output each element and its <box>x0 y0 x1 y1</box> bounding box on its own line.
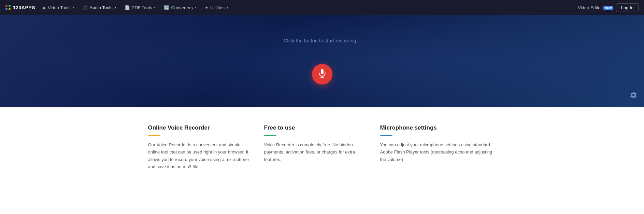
utilities-chevron: ▾ <box>227 6 228 9</box>
video-tools-chevron: ▾ <box>73 6 74 9</box>
logo-dot-red <box>5 5 8 7</box>
settings-button[interactable] <box>630 91 637 101</box>
info-card-text-voice-recorder: Our Voice Recorder is a convenient and s… <box>148 141 251 171</box>
nav-audio-tools-label: Audio Tools <box>90 5 113 10</box>
nav-utilities[interactable]: ✦ Utilities ▾ <box>201 0 232 15</box>
nav-utilities-label: Utilities <box>210 5 225 10</box>
nav-video-tools[interactable]: ▶ Video Tools ▾ <box>39 0 78 15</box>
logo-dots <box>5 5 11 10</box>
nav-converters[interactable]: 🔄 Converters ▾ <box>160 0 200 15</box>
login-button[interactable]: Log In <box>616 3 639 12</box>
hero-section: Click the button to start recording... <box>0 15 644 107</box>
pdf-tools-chevron: ▾ <box>154 6 156 9</box>
info-card-title-free: Free to use <box>264 124 367 131</box>
info-divider-voice-recorder <box>148 135 160 136</box>
logo-dot-green <box>9 5 11 7</box>
info-section: Online Voice Recorder Our Voice Recorder… <box>0 107 644 191</box>
logo-text: 123APPS <box>13 5 35 10</box>
record-button[interactable] <box>312 64 332 84</box>
utilities-icon: ✦ <box>205 5 209 10</box>
info-card-text-mic-settings: You can adjust your microphone settings … <box>380 141 496 163</box>
logo-dot-yellow <box>9 8 11 10</box>
logo[interactable]: 123APPS <box>5 5 35 10</box>
info-card-mic-settings: Microphone settings You can adjust your … <box>380 124 496 171</box>
info-card-title-voice-recorder: Online Voice Recorder <box>148 124 251 131</box>
nav-right: Video EditorNEW Log In <box>578 3 639 12</box>
nav-audio-tools[interactable]: 🎵 Audio Tools ▾ <box>79 0 120 15</box>
pdf-tools-icon: 📄 <box>125 5 130 10</box>
nav-pdf-tools[interactable]: 📄 PDF Tools ▾ <box>121 0 159 15</box>
video-editor-link[interactable]: Video EditorNEW <box>578 5 613 10</box>
video-tools-icon: ▶ <box>43 5 46 10</box>
info-card-text-free: Voice Recorder is completely free. No hi… <box>264 141 367 163</box>
info-card-title-mic-settings: Microphone settings <box>380 124 496 131</box>
info-card-free: Free to use Voice Recorder is completely… <box>264 124 380 171</box>
svg-rect-0 <box>321 69 324 74</box>
info-divider-free <box>264 135 276 136</box>
nav-converters-label: Converters <box>171 5 193 10</box>
info-card-voice-recorder: Online Voice Recorder Our Voice Recorder… <box>148 124 264 171</box>
audio-tools-chevron: ▾ <box>115 6 116 9</box>
hero-prompt: Click the button to start recording... <box>284 38 360 43</box>
new-badge: NEW <box>603 6 613 10</box>
converters-chevron: ▾ <box>195 6 197 9</box>
nav-pdf-tools-label: PDF Tools <box>132 5 152 10</box>
info-divider-mic-settings <box>380 135 392 136</box>
converters-icon: 🔄 <box>164 5 169 10</box>
navbar: 123APPS ▶ Video Tools ▾ 🎵 Audio Tools ▾ … <box>0 0 644 15</box>
audio-tools-icon: 🎵 <box>83 5 88 10</box>
microphone-icon <box>318 69 326 80</box>
nav-video-tools-label: Video Tools <box>48 5 71 10</box>
logo-dot-blue <box>5 8 8 10</box>
